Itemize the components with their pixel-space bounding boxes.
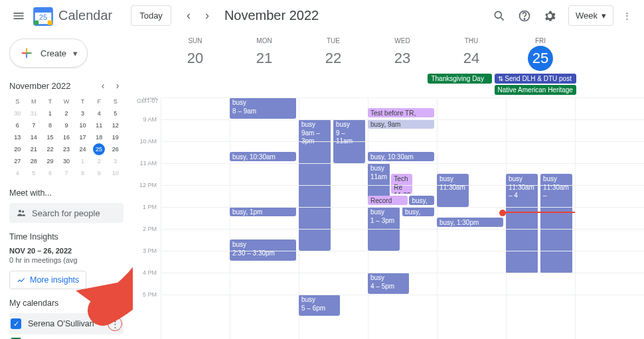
allday-cell[interactable] [360, 74, 426, 95]
mini-day[interactable]: 2 [58, 107, 75, 119]
mini-day[interactable]: 6 [9, 119, 26, 131]
gear-icon[interactable] [538, 4, 562, 28]
mini-day[interactable]: 21 [26, 143, 42, 155]
day-header[interactable]: TUE22 [299, 32, 368, 74]
event[interactable]: busy5 – 6pm [299, 295, 340, 316]
calendar-checkbox[interactable]: ✓ [11, 318, 21, 329]
event[interactable]: busy4 – 5pm [368, 273, 409, 294]
mini-day[interactable]: 30 [58, 155, 75, 167]
mini-day[interactable]: 15 [42, 131, 58, 143]
mini-day[interactable]: 10 [107, 167, 123, 179]
day-header[interactable]: THU24 [437, 32, 506, 74]
mini-day[interactable]: 7 [26, 119, 42, 131]
day-column[interactable]: busy11:30ambusy, 1:30pm [437, 98, 506, 339]
mini-day[interactable]: 3 [107, 155, 123, 167]
allday-cell[interactable]: Thanksgiving Day [426, 74, 493, 95]
my-calendars-title[interactable]: My calendars [9, 299, 123, 308]
mini-day[interactable]: 27 [9, 155, 26, 167]
allday-cell[interactable] [161, 74, 227, 95]
mini-day[interactable]: 31 [26, 107, 42, 119]
allday-event[interactable]: Native American Heritage [495, 85, 576, 95]
event[interactable]: busy, 12:30 [409, 196, 434, 205]
search-people-input[interactable]: Search for people [9, 203, 123, 223]
allday-event[interactable]: Thanksgiving Day [428, 74, 491, 84]
event[interactable]: busy, 1:30pm [437, 218, 503, 227]
menu-icon[interactable] [5, 3, 32, 29]
mini-day[interactable]: 5 [26, 167, 42, 179]
mini-day[interactable]: 24 [74, 143, 91, 155]
allday-cell[interactable]: ⇅ Send DLH & DTU postNative American Her… [493, 74, 578, 95]
event[interactable]: Tech Re11:30am [391, 174, 412, 194]
view-switcher[interactable]: Week▾ [568, 5, 613, 26]
mini-day[interactable]: 1 [42, 107, 58, 119]
day-header[interactable] [575, 32, 644, 74]
mini-day[interactable]: 18 [91, 131, 108, 143]
mini-day[interactable]: 16 [58, 131, 75, 143]
day-column[interactable]: Test before TR, 8:30ambusy, 9ambusy, 10:… [368, 98, 437, 339]
day-column[interactable]: busy11:30am – 4busy11:30am – [506, 98, 575, 339]
day-column[interactable] [575, 98, 644, 339]
event[interactable]: busy, 1pm [402, 207, 434, 216]
allday-cell[interactable] [293, 74, 360, 95]
mini-day[interactable]: 8 [42, 119, 58, 131]
mini-day[interactable]: 2 [91, 155, 108, 167]
day-header[interactable]: SUN20 [161, 32, 230, 74]
current-range[interactable]: November 2022 [224, 8, 319, 23]
day-header[interactable]: FRI25 [506, 32, 575, 74]
mini-calendar-title[interactable]: November 2022 [9, 81, 71, 91]
allday-cell[interactable] [578, 74, 644, 95]
event[interactable]: busy2:30 – 3:30pm [230, 239, 296, 261]
help-icon[interactable] [513, 4, 536, 28]
mini-day[interactable]: 5 [107, 107, 123, 119]
mini-day[interactable]: 20 [9, 143, 26, 155]
mini-day[interactable]: 7 [58, 167, 75, 179]
mini-calendar[interactable]: SMTWTFS303112345678910111213141516171819… [9, 96, 123, 179]
create-button[interactable]: Create ▾ [9, 38, 88, 68]
calendar-options-button[interactable]: ⋮ [108, 316, 122, 331]
mini-day[interactable]: 6 [42, 167, 58, 179]
mini-day[interactable]: 3 [74, 107, 91, 119]
mini-day[interactable]: 1 [74, 155, 91, 167]
mini-day[interactable]: 17 [74, 131, 91, 143]
event[interactable]: busy11:30am [437, 174, 469, 207]
next-week-button[interactable]: › [198, 7, 216, 25]
mini-day[interactable]: 29 [42, 155, 58, 167]
allday-cell[interactable] [227, 74, 293, 95]
mini-day[interactable]: 28 [26, 155, 42, 167]
event[interactable]: busy, 10:30am [368, 152, 434, 161]
mini-next-button[interactable]: › [112, 80, 123, 92]
day-column[interactable] [161, 98, 230, 339]
day-column[interactable]: busy8 – 9ambusy, 10:30ambusy, 1pmbusy2:3… [230, 98, 299, 339]
event[interactable]: busy11am – [368, 163, 390, 199]
mini-day[interactable]: 9 [58, 119, 75, 131]
mini-day[interactable]: 14 [26, 131, 42, 143]
mini-day[interactable]: 19 [107, 131, 123, 143]
day-column[interactable]: busy9am – 3pmbusy9 – 11ambusy5 – 6pm [299, 98, 368, 339]
day-header[interactable]: MON21 [230, 32, 299, 74]
mini-day[interactable]: 8 [74, 167, 91, 179]
event[interactable]: busy11:30am – 4 [506, 174, 538, 273]
mini-day[interactable]: 23 [58, 143, 75, 155]
mini-day[interactable]: 25 [91, 143, 108, 155]
mini-day[interactable]: 11 [91, 119, 108, 131]
calendar-item[interactable]: ✓Serena O'Sullivan⋮ [9, 313, 123, 334]
calendar-item[interactable]: ✓Birthdays [9, 334, 123, 339]
event[interactable]: busy11:30am – [540, 174, 572, 273]
event[interactable]: busy, 1pm [230, 207, 296, 216]
mini-day[interactable]: 4 [91, 107, 108, 119]
event[interactable]: busy, 10:30am [230, 152, 296, 161]
event[interactable]: busy, 9am [368, 119, 434, 129]
today-button[interactable]: Today [131, 5, 171, 26]
mini-day[interactable]: 13 [9, 131, 26, 143]
event[interactable]: busy8 – 9am [230, 98, 296, 119]
mini-day[interactable]: 22 [42, 143, 58, 155]
mini-day[interactable]: 30 [9, 107, 26, 119]
event[interactable]: Test before TR, 8:30am [368, 108, 434, 117]
prev-week-button[interactable]: ‹ [179, 7, 198, 25]
more-insights-button[interactable]: More insights [9, 271, 86, 289]
mini-day[interactable]: 4 [9, 167, 26, 179]
event[interactable]: Record WLS [368, 196, 408, 205]
more-icon[interactable]: ⋮ [615, 4, 639, 28]
mini-prev-button[interactable]: ‹ [97, 80, 109, 92]
search-icon[interactable] [487, 4, 511, 28]
